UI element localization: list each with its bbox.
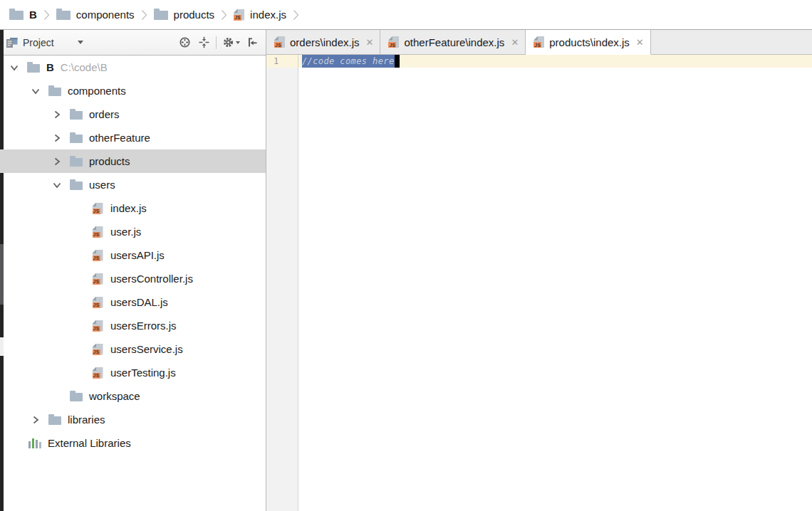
tree-item-label: usersController.js xyxy=(110,273,193,285)
js-badge: JS xyxy=(93,349,100,355)
tree-item-otherfeature[interactable]: otherFeature xyxy=(0,126,266,149)
folder-icon xyxy=(56,11,71,20)
left-strip-gap xyxy=(0,337,4,356)
tree-item-usersservice-js[interactable]: JSusersService.js xyxy=(0,337,266,361)
js-file-icon: JS xyxy=(93,367,103,379)
chevron-down-icon[interactable] xyxy=(50,179,63,191)
chevron-down-icon[interactable] xyxy=(28,85,42,97)
chevron-right-icon xyxy=(293,9,299,21)
main-area: Project xyxy=(0,30,812,511)
hide-panel-button[interactable] xyxy=(243,33,262,52)
js-badge: JS xyxy=(93,279,100,285)
selected-code-text: //code comes here xyxy=(302,55,395,68)
breadcrumb: BcomponentsproductsJSindex.js xyxy=(0,0,812,30)
breadcrumb-label: products xyxy=(174,9,215,21)
folder-icon xyxy=(70,158,83,167)
close-icon[interactable]: ✕ xyxy=(511,37,519,48)
js-file-icon: JS xyxy=(274,36,285,48)
breadcrumb-item-products[interactable]: products xyxy=(154,9,215,21)
js-file-icon: JS xyxy=(93,344,103,355)
folder-icon xyxy=(48,88,61,96)
chevron-placeholder xyxy=(71,367,85,379)
tree-item-users[interactable]: users xyxy=(0,173,266,196)
tree-item-icon xyxy=(70,132,83,144)
chevron-right-icon xyxy=(43,9,50,21)
tree-item-index-js[interactable]: JSindex.js xyxy=(0,196,266,220)
settings-button[interactable] xyxy=(219,33,243,52)
left-edge-strip xyxy=(0,30,4,511)
js-badge: JS xyxy=(388,42,396,48)
project-view-selector[interactable]: Project xyxy=(6,37,83,48)
chevron-placeholder xyxy=(71,226,85,238)
tree-item-icon: JS xyxy=(91,297,104,308)
tree-item-workspace[interactable]: workspace xyxy=(0,384,266,408)
tree-item-libraries[interactable]: libraries xyxy=(0,408,266,431)
code-line: //code comes here xyxy=(298,55,812,68)
tree-item-products[interactable]: products xyxy=(0,149,266,173)
tree-item-icon xyxy=(48,85,61,97)
tree-item-orders[interactable]: orders xyxy=(0,102,266,126)
text-caret xyxy=(395,55,400,68)
chevron-down-icon xyxy=(236,41,240,44)
tree-item-label: usersDAL.js xyxy=(110,296,168,308)
chevron-right-icon[interactable] xyxy=(28,414,42,426)
tree-item-userscontroller-js[interactable]: JSusersController.js xyxy=(0,267,266,290)
folder-icon xyxy=(70,111,83,120)
tree-item-path: C:\code\B xyxy=(61,61,108,73)
tree-item-icon xyxy=(70,156,83,167)
folder-icon xyxy=(154,11,168,20)
editor-gutter[interactable]: 1 xyxy=(266,55,298,511)
editor-code-area[interactable]: //code comes here xyxy=(298,55,812,511)
js-badge: JS xyxy=(533,42,541,48)
tree-item-icon: JS xyxy=(91,203,104,214)
js-file-icon: JS xyxy=(93,297,103,308)
folder-icon xyxy=(9,11,24,20)
js-file-icon: JS xyxy=(93,203,103,214)
tree-item-b[interactable]: BC:\code\B xyxy=(0,56,266,79)
breadcrumb-item-b[interactable]: B xyxy=(9,9,37,21)
chevron-right-icon[interactable] xyxy=(50,156,63,167)
tree-item-label: workspace xyxy=(89,390,140,402)
tree-item-components[interactable]: components xyxy=(0,79,266,102)
tree-item-label: userTesting.js xyxy=(110,367,176,379)
chevron-placeholder xyxy=(50,391,63,402)
chevron-right-icon[interactable] xyxy=(50,109,63,120)
tree-item-usersapi-js[interactable]: JSusersAPI.js xyxy=(0,243,266,267)
tree-item-usersdal-js[interactable]: JSusersDAL.js xyxy=(0,290,266,314)
js-badge: JS xyxy=(93,256,100,261)
js-file-icon: JS xyxy=(234,9,244,21)
js-file-icon: JS xyxy=(93,273,103,285)
js-file-icon: JS xyxy=(93,226,103,238)
project-tree: BC:\code\BcomponentsordersotherFeaturepr… xyxy=(0,56,266,511)
tree-item-icon xyxy=(70,179,83,191)
tree-item-label: otherFeature xyxy=(89,132,150,144)
folder-icon xyxy=(27,64,40,73)
tree-item-icon xyxy=(48,414,61,426)
tree-item-userserrors-js[interactable]: JSusersErrors.js xyxy=(0,314,266,337)
js-badge: JS xyxy=(93,326,100,332)
project-panel: Project xyxy=(0,30,266,511)
js-file-icon: JS xyxy=(388,36,399,48)
project-title: Project xyxy=(23,37,54,48)
breadcrumb-label: B xyxy=(29,9,37,21)
project-panel-icon xyxy=(6,37,18,48)
chevron-down-icon[interactable] xyxy=(7,62,21,73)
js-badge: JS xyxy=(93,232,100,238)
close-icon[interactable]: ✕ xyxy=(366,37,374,48)
collapse-all-button[interactable] xyxy=(194,33,214,52)
tab-orders-index-js[interactable]: JSorders\index.js✕ xyxy=(266,30,380,55)
breadcrumb-item-components[interactable]: components xyxy=(56,9,135,21)
settings-gear-icon xyxy=(222,36,234,48)
tree-item-label: user.js xyxy=(110,226,141,238)
tree-item-usertesting-js[interactable]: JSuserTesting.js xyxy=(0,361,266,384)
breadcrumb-item-index-js[interactable]: JSindex.js xyxy=(234,9,286,21)
close-icon[interactable]: ✕ xyxy=(636,37,644,48)
tree-item-external-libraries[interactable]: External Libraries xyxy=(0,431,266,455)
chevron-right-icon[interactable] xyxy=(50,132,63,144)
folder-icon xyxy=(48,416,61,425)
tab-otherfeature-index-js[interactable]: JSotherFeature\index.js✕ xyxy=(380,30,526,55)
line-number: 1 xyxy=(266,55,298,68)
tab-products-index-js[interactable]: JSproducts\index.js✕ xyxy=(526,30,650,55)
locate-button[interactable] xyxy=(175,33,194,52)
tree-item-user-js[interactable]: JSuser.js xyxy=(0,220,266,243)
